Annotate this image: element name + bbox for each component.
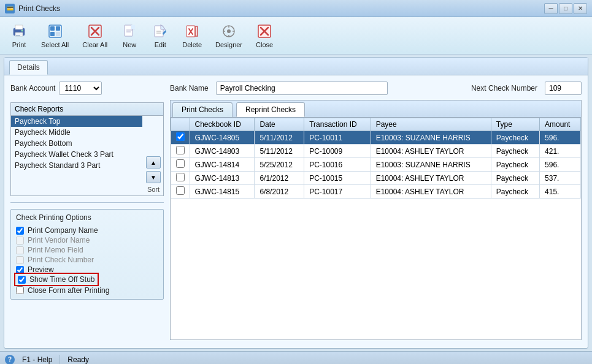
cell-payee: E10004: ASHLEY TAYLOR xyxy=(371,145,491,158)
bank-account-label: Bank Account xyxy=(10,84,55,93)
cell-amount: 596. xyxy=(540,158,581,172)
checks-section: Print Checks Reprint Checks Checkbook ID… xyxy=(170,100,582,340)
svg-rect-3 xyxy=(16,34,22,34)
toolbar: Print Select All Clear All New Edit Dele… xyxy=(0,17,592,55)
close-button[interactable]: Close xyxy=(250,20,279,51)
divider xyxy=(10,202,164,203)
list-item[interactable]: Paycheck Wallet Check 3 Part xyxy=(11,149,142,160)
delete-button[interactable]: Delete xyxy=(177,20,207,51)
row-checkbox[interactable] xyxy=(176,159,185,168)
move-down-button[interactable]: ▼ xyxy=(146,171,161,183)
svg-rect-7 xyxy=(50,26,55,31)
row-checkbox[interactable] xyxy=(176,146,185,154)
tab-header: Details xyxy=(4,58,588,75)
row-checkbox[interactable] xyxy=(176,173,185,181)
col-amount: Amount xyxy=(540,118,581,131)
print-check-number-row: Print Check Number xyxy=(16,255,158,265)
cell-date: 5/25/2012 xyxy=(255,158,304,172)
cell-payee: E10004: ASHLEY TAYLOR xyxy=(371,185,491,199)
select-all-button[interactable]: Select All xyxy=(36,20,74,51)
table-row[interactable]: GJWC-14805 5/11/2012 PC-10011 E10003: SU… xyxy=(171,131,581,145)
cell-checkbook-id: GJWC-14813 xyxy=(190,172,255,185)
table-row[interactable]: GJWC-14803 5/11/2012 PC-10009 E10004: AS… xyxy=(171,145,581,158)
checks-table: Checkbook ID Date Transaction ID Payee T… xyxy=(171,118,581,199)
row-checkbox[interactable] xyxy=(176,186,185,195)
reprint-checks-tab[interactable]: Reprint Checks xyxy=(236,102,305,117)
check-reports-section: Check Reports Paycheck Top Paycheck Midd… xyxy=(10,102,164,196)
cell-type: Paycheck xyxy=(491,131,539,145)
bank-account-select[interactable]: 1110 xyxy=(59,82,102,95)
close-window-button[interactable]: ✕ xyxy=(574,3,587,14)
move-up-button[interactable]: ▲ xyxy=(146,156,161,169)
svg-rect-9 xyxy=(50,32,55,36)
edit-icon xyxy=(152,23,169,40)
tab-body: Bank Account 1110 Check Reports Paycheck… xyxy=(4,75,588,346)
bank-name-input[interactable] xyxy=(216,82,388,95)
cell-date: 5/11/2012 xyxy=(255,131,304,145)
print-memo-field-checkbox[interactable] xyxy=(16,246,24,254)
cell-date: 6/8/2012 xyxy=(255,185,304,199)
next-check-input[interactable] xyxy=(545,82,582,95)
clear-all-button[interactable]: Clear All xyxy=(77,20,113,51)
sort-panel: ▲ ▼ Sort xyxy=(144,116,163,195)
close-form-checkbox[interactable] xyxy=(16,286,24,294)
cell-checkbook-id: GJWC-14815 xyxy=(190,185,255,199)
svg-rect-10 xyxy=(56,32,60,36)
details-tab[interactable]: Details xyxy=(9,60,48,75)
cell-amount: 415. xyxy=(540,185,581,199)
cell-transaction-id: PC-10017 xyxy=(304,185,371,199)
preview-row: Preview xyxy=(16,265,158,275)
print-company-name-label: Print Company Name xyxy=(28,226,98,235)
cell-payee: E10003: SUZANNE HARRIS xyxy=(371,158,491,172)
minimize-button[interactable]: ─ xyxy=(544,3,558,14)
cell-transaction-id: PC-10016 xyxy=(304,158,371,172)
right-panel: Bank Name Next Check Number Print Checks… xyxy=(170,82,582,340)
print-button[interactable]: Print xyxy=(5,20,33,51)
edit-label: Edit xyxy=(155,41,166,48)
cell-date: 6/1/2012 xyxy=(255,172,304,185)
list-item[interactable]: Paycheck Bottom xyxy=(11,138,142,149)
preview-checkbox[interactable] xyxy=(16,266,24,274)
show-time-off-stub-checkbox[interactable] xyxy=(18,276,26,284)
print-vendor-name-checkbox[interactable] xyxy=(16,237,24,245)
col-type: Type xyxy=(491,118,539,131)
print-check-number-checkbox[interactable] xyxy=(16,256,24,264)
sort-label: Sort xyxy=(147,186,160,193)
print-vendor-name-label: Print Vendor Name xyxy=(28,236,90,245)
window-controls: ─ □ ✕ xyxy=(544,3,587,14)
col-payee: Payee xyxy=(371,118,491,131)
cell-checkbook-id: GJWC-14814 xyxy=(190,158,255,172)
print-checks-tab[interactable]: Print Checks xyxy=(172,102,233,117)
col-checkbox xyxy=(171,118,190,131)
show-time-off-stub-row: Show Time Off Stub xyxy=(16,275,97,284)
status-separator xyxy=(60,355,60,365)
designer-label: Designer xyxy=(215,41,242,48)
print-icon xyxy=(10,23,28,40)
check-reports-header: Check Reports xyxy=(11,103,163,116)
close-form-label: Close Form after Printing xyxy=(28,286,109,295)
designer-button[interactable]: Designer xyxy=(210,20,248,51)
row-checkbox[interactable] xyxy=(176,132,185,141)
help-text: F1 - Help xyxy=(22,355,52,364)
new-button[interactable]: New xyxy=(115,20,144,51)
svg-rect-4 xyxy=(16,35,20,36)
print-memo-field-row: Print Memo Field xyxy=(16,245,158,255)
cell-transaction-id: PC-10009 xyxy=(304,145,371,158)
cell-checkbook-id: GJWC-14803 xyxy=(190,145,255,158)
status-bar: ? F1 - Help Ready xyxy=(0,351,592,364)
table-row[interactable]: GJWC-14814 5/25/2012 PC-10016 E10003: SU… xyxy=(171,158,581,172)
edit-button[interactable]: Edit xyxy=(146,20,174,51)
table-header-row: Checkbook ID Date Transaction ID Payee T… xyxy=(171,118,581,131)
list-item[interactable]: Paycheck Standard 3 Part xyxy=(11,160,142,171)
designer-icon xyxy=(220,23,237,40)
table-row[interactable]: GJWC-14813 6/1/2012 PC-10015 E10004: ASH… xyxy=(171,172,581,185)
table-row[interactable]: GJWC-14815 6/8/2012 PC-10017 E10004: ASH… xyxy=(171,185,581,199)
list-item[interactable]: Paycheck Top xyxy=(11,116,142,127)
restore-button[interactable]: □ xyxy=(559,3,572,14)
print-company-name-checkbox[interactable] xyxy=(16,227,24,235)
list-item[interactable]: Paycheck Middle xyxy=(11,127,142,138)
col-transaction-id: Transaction ID xyxy=(304,118,371,131)
cell-payee: E10004: ASHLEY TAYLOR xyxy=(371,172,491,185)
cell-date: 5/11/2012 xyxy=(255,145,304,158)
bank-name-label: Bank Name xyxy=(170,84,209,93)
